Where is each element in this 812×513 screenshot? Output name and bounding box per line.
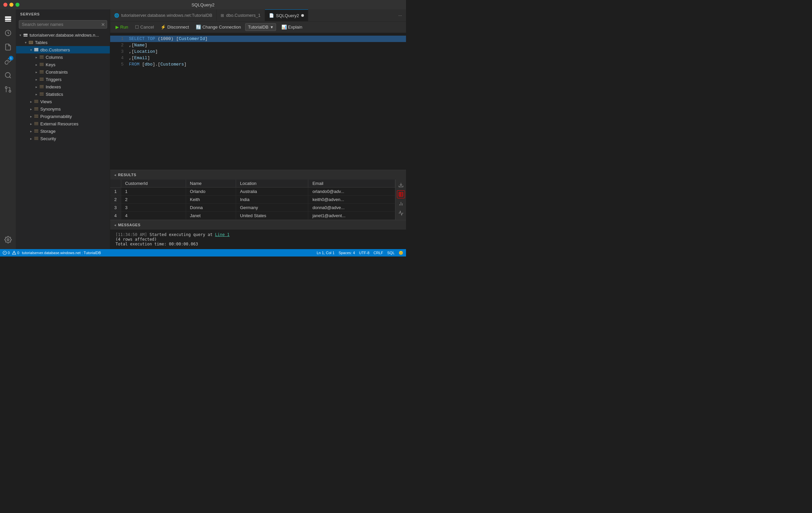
activity-settings[interactable] [1,233,15,246]
cell-name-4: Janet [186,212,236,220]
tree-server-item[interactable]: tutorialserver.database.windows.n... [16,31,110,39]
code-line-4: 4 ,[Email] [110,55,406,61]
tab-more-button[interactable]: ··· [394,9,406,21]
triggers-label: Triggers [46,77,110,82]
code-line-5: 5 FROM [dbo].[Customers] [110,61,406,68]
tab-customers[interactable]: ⊞ dbo.Customers_1 [216,9,265,21]
results-side-icons [395,180,406,220]
status-line-ending[interactable]: CRLF [373,251,383,255]
search-box: ✕ [19,20,107,29]
external-resources-label: External Resources [40,122,110,127]
tree-triggers[interactable]: Triggers [16,76,110,83]
tree-tables-item[interactable]: Tables [16,39,110,46]
col-customerid: CustomerId [121,180,186,188]
keys-folder-icon [39,62,44,67]
constraints-label: Constraints [46,70,110,75]
svg-rect-11 [24,36,28,37]
activity-source-control[interactable] [1,83,15,96]
status-encoding[interactable]: UTF-8 [359,251,369,255]
status-bar: 0 0 tutorialserver.database.windows.net … [0,249,406,256]
activity-history[interactable] [1,26,15,40]
results-table-container[interactable]: CustomerId Name Location Email 1 1 [110,180,395,220]
tab-sqlquery[interactable]: 📄 SQLQuery2 [265,9,308,21]
svg-point-27 [14,254,14,254]
cell-email-4: janet1@advent... [308,212,395,220]
statistics-arrow [34,91,39,97]
change-connection-icon: 🔄 [196,25,201,30]
change-connection-button[interactable]: 🔄 Change Connection [193,24,244,31]
activity-file[interactable] [1,40,15,54]
maximize-button[interactable] [16,3,20,7]
svg-rect-16 [399,192,403,196]
tab-server-label: tutorialserver.database.windows.net:Tuto… [121,13,212,18]
tree-views[interactable]: Views [16,98,110,105]
editor-area: 🌐 tutorialserver.database.windows.net:Tu… [110,9,406,249]
tree-constraints[interactable]: Constraints [16,68,110,76]
visualize-icon[interactable] [397,209,405,217]
code-line-1: 1 SELECT TOP (1000) [CustomerId] [110,36,406,42]
sidebar: SERVERS ✕ tutorialserver.database.window… [16,9,110,249]
status-spaces[interactable]: Spaces: 4 [339,251,355,255]
code-editor[interactable]: 1 SELECT TOP (1000) [CustomerId] 2 ,[Nam… [110,33,406,170]
tree-security[interactable]: Security [16,135,110,142]
results-header-row: CustomerId Name Location Email [110,180,395,188]
change-connection-label: Change Connection [203,25,241,30]
tree-container: tutorialserver.database.windows.n... Tab… [16,31,110,249]
indexes-arrow [34,84,39,89]
synonyms-folder-icon [34,106,39,112]
results-panel: ◂ RESULTS CustomerId Name Location [110,170,406,220]
close-button[interactable] [3,3,7,7]
server-label: tutorialserver.database.windows.n... [30,33,110,38]
messages-content: [11:34:50 AM] Started executing query at… [110,230,406,249]
activity-search[interactable] [1,69,15,82]
minimize-button[interactable] [9,3,13,7]
results-header-label: RESULTS [118,173,136,177]
cell-name-1: Orlando [186,188,236,196]
search-input[interactable] [19,20,107,29]
status-server[interactable]: tutorialserver.database.windows.net : Tu… [22,251,101,255]
activity-servers[interactable] [1,12,15,26]
view-as-table-icon[interactable] [397,190,405,198]
tree-table-customers[interactable]: dbo.Customers [16,46,110,53]
tree-columns[interactable]: Columns [16,53,110,61]
status-language[interactable]: SQL [387,251,395,255]
status-emoji[interactable]: 😊 [399,251,403,255]
tree-keys[interactable]: Keys [16,61,110,68]
cell-customerid-3: 3 [121,204,186,212]
disconnect-icon: ⚡ [161,25,166,30]
svg-point-6 [9,90,11,92]
tree-programmability[interactable]: Programmability [16,113,110,120]
run-button[interactable]: ▶ Run [113,24,131,31]
error-count: 0 [8,251,10,255]
activity-connections[interactable]: 1 [1,54,15,68]
cell-email-1: orlando0@adv... [308,188,395,196]
tree-indexes[interactable]: Indexes [16,83,110,90]
search-clear-icon[interactable]: ✕ [101,22,105,27]
tree-statistics[interactable]: Statistics [16,90,110,98]
results-header[interactable]: ◂ RESULTS [110,170,406,180]
message-link[interactable]: Line 1 [215,232,229,237]
status-position[interactable]: Ln 1, Col 1 [317,251,335,255]
title-bar: SQLQuery2 [0,0,406,9]
chart-icon[interactable] [397,200,405,208]
status-errors[interactable]: 0 0 [3,251,19,255]
tree-synonyms[interactable]: Synonyms [16,105,110,113]
row-num-header [110,180,121,188]
columns-label: Columns [46,55,110,60]
messages-header[interactable]: ◂ MESSAGES [110,220,406,230]
message-line-1: [11:34:50 AM] Started executing query at… [116,232,401,237]
table-row: 4 4 Janet United States janet1@advent... [110,212,395,220]
database-selector[interactable]: TutorialDB ▾ [245,23,276,31]
storage-label: Storage [40,129,110,134]
synonyms-label: Synonyms [40,107,110,112]
tab-server[interactable]: 🌐 tutorialserver.database.windows.net:Tu… [110,9,216,21]
save-results-icon[interactable] [397,181,405,189]
storage-folder-icon [34,128,39,134]
line-number-4: 4 [113,55,123,60]
cancel-button[interactable]: ☐ Cancel [132,24,156,31]
disconnect-button[interactable]: ⚡ Disconnect [158,24,192,31]
explain-button[interactable]: 📊 Explain [279,24,305,31]
constraints-arrow [34,69,39,75]
tree-storage[interactable]: Storage [16,128,110,135]
tree-external-resources[interactable]: External Resources [16,120,110,128]
